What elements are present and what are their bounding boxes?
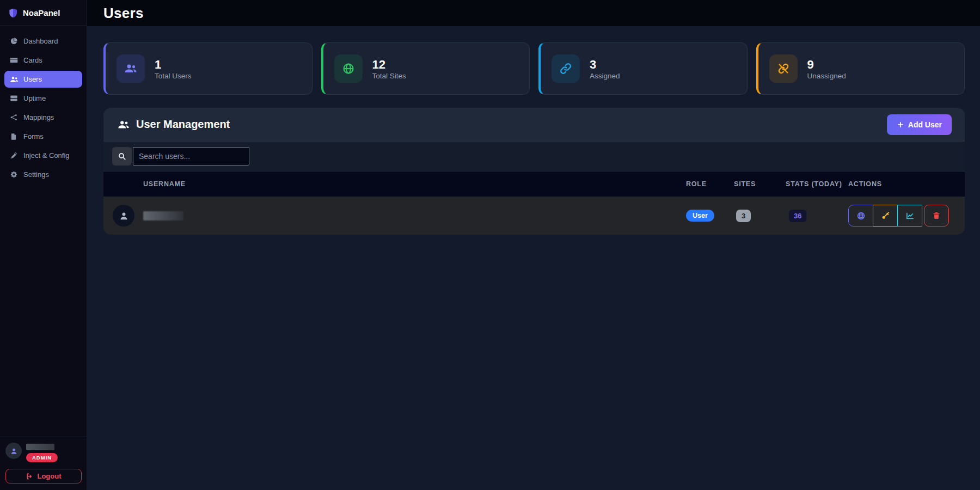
sidebar-item-mappings[interactable]: Mappings	[4, 109, 82, 126]
sidebar-item-label: Users	[23, 75, 42, 83]
sidebar-footer: ADMIN Logout	[0, 437, 87, 490]
file-icon	[10, 132, 19, 141]
page-header: Users	[87, 0, 980, 26]
stats-row: 1 Total Users 12 Total Sites 3	[103, 42, 965, 95]
stat-label: Total Sites	[372, 72, 406, 80]
sidebar-item-label: Cards	[23, 56, 42, 64]
username-redacted	[143, 211, 183, 220]
link-icon	[552, 54, 580, 83]
users-icon	[118, 119, 130, 131]
username-redacted	[26, 444, 54, 450]
network-icon	[10, 113, 19, 122]
server-icon	[10, 94, 19, 103]
cell-username	[103, 205, 686, 226]
gear-icon	[10, 170, 19, 179]
panel-title: User Management	[118, 118, 230, 131]
plus-icon	[897, 121, 904, 128]
sidebar-item-label: Dashboard	[23, 37, 58, 45]
cell-role: User	[686, 210, 734, 222]
col-username: USERNAME	[103, 180, 686, 188]
globe-icon	[334, 54, 363, 83]
logout-icon	[26, 473, 33, 480]
stat-value: 9	[807, 57, 846, 72]
stat-card-total-users: 1 Total Users	[103, 42, 313, 95]
sidebar-nav: Dashboard Cards Users Uptime Mappings	[0, 26, 87, 437]
stat-card-assigned: 3 Assigned	[538, 42, 748, 95]
sidebar-item-label: Uptime	[23, 94, 46, 102]
sidebar: NoaPanel Dashboard Cards Users Uptime	[0, 0, 87, 490]
globe-icon	[856, 211, 866, 220]
search-bar	[103, 142, 965, 171]
link-slash-icon	[769, 54, 798, 83]
logout-button[interactable]: Logout	[5, 469, 82, 483]
col-role: ROLE	[686, 180, 734, 188]
pie-chart-icon	[10, 37, 19, 46]
sidebar-item-inject-config[interactable]: Inject & Config	[4, 147, 82, 164]
sidebar-item-cards[interactable]: Cards	[4, 52, 82, 69]
sites-count-badge: 3	[736, 210, 751, 222]
stats-action-button[interactable]	[897, 205, 922, 226]
stat-label: Unassigned	[807, 72, 846, 80]
search-icon	[112, 147, 132, 166]
sidebar-item-users[interactable]: Users	[4, 71, 82, 88]
stat-value: 12	[372, 57, 406, 72]
table-row: User 3 36	[103, 197, 965, 235]
main-area: Users 1 Total Users 12 Total Sites	[87, 0, 980, 490]
stat-value: 3	[590, 57, 620, 72]
password-action-button[interactable]	[873, 205, 898, 226]
sidebar-item-label: Settings	[23, 170, 49, 179]
cell-sites: 3	[734, 210, 786, 222]
role-badge: User	[686, 210, 714, 222]
chart-line-icon	[905, 211, 915, 220]
delete-action-button[interactable]	[924, 205, 949, 226]
content: 1 Total Users 12 Total Sites 3	[87, 26, 980, 490]
stats-today-badge: 36	[789, 210, 806, 222]
stat-label: Total Users	[155, 72, 192, 80]
app-title: NoaPanel	[23, 8, 60, 17]
stat-value: 1	[155, 57, 192, 72]
add-user-label: Add User	[908, 120, 942, 129]
shield-logo-icon	[8, 8, 19, 19]
col-stats: STATS (TODAY)	[786, 180, 848, 188]
logout-label: Logout	[37, 472, 61, 480]
table-header: USERNAME ROLE SITES STATS (TODAY) ACTION…	[103, 171, 965, 197]
syringe-icon	[10, 151, 19, 160]
logo: NoaPanel	[0, 0, 87, 26]
stat-card-unassigned: 9 Unassigned	[756, 42, 965, 95]
col-actions: ACTIONS	[848, 180, 965, 188]
person-icon	[10, 447, 18, 455]
user-management-panel: User Management Add User USERNAME ROLE S…	[103, 108, 965, 235]
users-icon	[117, 54, 145, 83]
sidebar-item-settings[interactable]: Settings	[4, 166, 82, 183]
cell-actions	[848, 205, 965, 226]
stat-card-total-sites: 12 Total Sites	[321, 42, 530, 95]
admin-badge: ADMIN	[26, 453, 58, 462]
sidebar-item-forms[interactable]: Forms	[4, 128, 82, 145]
avatar	[5, 443, 22, 459]
sidebar-item-label: Inject & Config	[23, 151, 70, 160]
stat-label: Assigned	[590, 72, 620, 80]
add-user-button[interactable]: Add User	[887, 114, 952, 135]
sites-action-button[interactable]	[848, 205, 873, 226]
panel-header: User Management Add User	[103, 108, 965, 142]
page-title: Users	[103, 5, 144, 22]
current-user: ADMIN	[5, 443, 81, 462]
key-icon	[881, 211, 890, 220]
col-sites: SITES	[734, 180, 786, 188]
sidebar-item-label: Mappings	[23, 113, 54, 121]
person-icon	[119, 211, 129, 221]
panel-title-text: User Management	[136, 118, 230, 131]
trash-icon	[932, 211, 941, 220]
cell-stats: 36	[786, 210, 848, 222]
sidebar-item-label: Forms	[23, 132, 44, 140]
avatar	[113, 205, 134, 226]
credit-card-icon	[10, 56, 19, 65]
sidebar-item-uptime[interactable]: Uptime	[4, 90, 82, 107]
sidebar-item-dashboard[interactable]: Dashboard	[4, 33, 82, 50]
search-input[interactable]	[133, 147, 249, 166]
users-icon	[10, 75, 19, 84]
